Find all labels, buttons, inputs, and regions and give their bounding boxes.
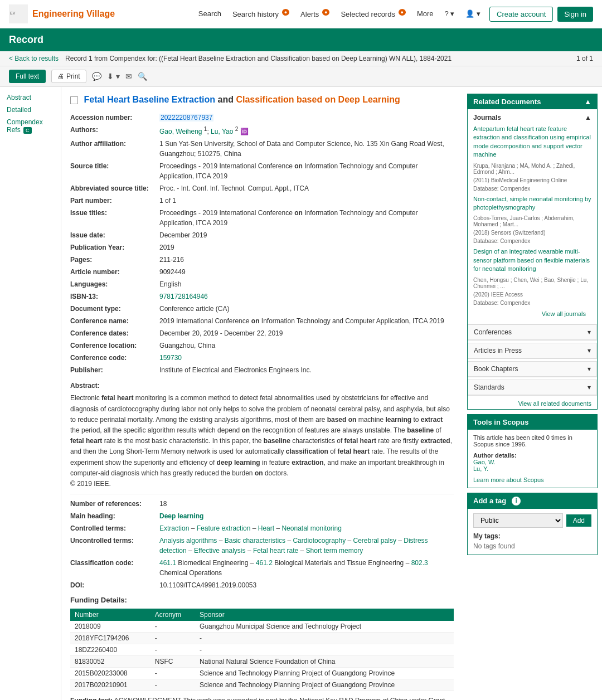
- uterm-basic[interactable]: Basic characteristics: [225, 537, 285, 545]
- term-neonatal[interactable]: Neonatal monitoring: [281, 524, 341, 532]
- create-account-button[interactable]: Create account: [489, 7, 553, 22]
- uterm-cerebral[interactable]: Cerebral palsy: [353, 537, 396, 545]
- back-to-results-link[interactable]: < Back to results: [9, 55, 59, 62]
- class-461-2[interactable]: 461.2: [256, 559, 273, 567]
- publisher-row: Publisher: Institute of Electrical and E…: [70, 365, 454, 375]
- related-docs-header[interactable]: Related Documents ▲: [468, 94, 597, 109]
- related-docs-section: Related Documents ▲ Journals ▲ Antepartu…: [467, 94, 598, 410]
- funding-table-cell: 81830052: [70, 656, 151, 668]
- source-title-row: Source title: Proceedings - 2019 Interna…: [70, 161, 454, 181]
- comment-icon[interactable]: 💬: [92, 72, 101, 81]
- doc1-authors: Krupa, Niranjana ; MA, Mohd A. ; Zahedi,…: [473, 163, 591, 175]
- tag-info-icon[interactable]: i: [512, 497, 521, 505]
- print-button[interactable]: 🖨 Print: [51, 70, 86, 83]
- view-all-journals-link[interactable]: View all journals: [473, 308, 591, 319]
- doc-type-label: Document type:: [70, 304, 159, 314]
- accession-number: 20222208767937: [159, 114, 213, 121]
- articles-in-press-header[interactable]: Articles in Press ▾: [468, 343, 596, 358]
- scopus-author2-link[interactable]: Lu, Y.: [473, 465, 488, 472]
- view-all-related-link[interactable]: View all related documents: [468, 398, 597, 409]
- author-details-label: Author details:: [473, 452, 517, 459]
- doc2-authors: Cobos-Torres, Juan-Carlos ; Abderrahim, …: [473, 215, 591, 227]
- no-tags-text: No tags found: [473, 542, 591, 550]
- funding-text-section: Funding text: ACKNOWLEDGMENT This work w…: [70, 696, 454, 700]
- term-heart[interactable]: Heart: [258, 524, 274, 532]
- funding-table-cell: Guangzhou Municipal Science and Technolo…: [195, 621, 454, 633]
- standards-chevron: ▾: [588, 383, 591, 391]
- email-icon[interactable]: ✉: [125, 72, 132, 81]
- doc3-link[interactable]: Design of an integrated wearable multi-s…: [473, 247, 591, 273]
- uterm-shortterm[interactable]: Short term memory: [306, 547, 363, 555]
- nav-account-icon[interactable]: 👤 ▾: [465, 9, 480, 18]
- journals-collapse-icon[interactable]: ▲: [585, 114, 591, 121]
- conf-dates-value: December 20, 2019 - December 22, 2019: [159, 328, 283, 338]
- classification-value: 461.1 Biomedical Engineering – 461.2 Bio…: [159, 558, 454, 578]
- pages-value: 211-216: [159, 255, 184, 265]
- nav-selected-records[interactable]: Selected records ●: [341, 9, 406, 18]
- languages-row: Languages: English: [70, 279, 454, 289]
- languages-value: English: [159, 279, 181, 289]
- nav-search[interactable]: Search: [198, 9, 221, 18]
- article-checkbox[interactable]: [70, 96, 78, 104]
- compendex-refs-nav-link[interactable]: Compendex Refs C: [7, 118, 54, 134]
- uterm-effective[interactable]: Effective analysis: [194, 547, 246, 555]
- abstract-nav-link[interactable]: Abstract: [7, 94, 54, 101]
- doi-label: DOI:: [70, 580, 159, 590]
- book-chapters-header[interactable]: Book Chapters ▾: [468, 362, 596, 377]
- funding-table-cell: -: [151, 668, 195, 679]
- tag-visibility-select[interactable]: Public: [473, 513, 563, 528]
- term-extraction[interactable]: Extraction: [159, 524, 189, 532]
- main-heading-label: Main heading:: [70, 511, 159, 521]
- author2-link[interactable]: Lu, Yao: [211, 128, 233, 135]
- doc2-link[interactable]: Non-contact, simple neonatal monitoring …: [473, 195, 591, 212]
- tag-add-button[interactable]: Add: [566, 514, 591, 527]
- sign-in-button[interactable]: Sign in: [557, 7, 593, 22]
- related-docs-title: Related Documents: [473, 98, 541, 106]
- doc1-link[interactable]: Antepartum fetal heart rate feature extr…: [473, 125, 591, 159]
- scopus-author1-link[interactable]: Gao, W.: [473, 459, 496, 465]
- abbrev-source-value: Proc. - Int. Conf. Inf. Technol. Comput.…: [159, 183, 309, 193]
- related-doc-1: Antepartum fetal heart rate feature extr…: [473, 125, 591, 192]
- fulltext-button[interactable]: Full text: [9, 70, 46, 83]
- controlled-terms-label: Controlled terms:: [70, 523, 159, 533]
- funding-col-sponsor: Sponsor: [195, 609, 454, 621]
- pub-year-label: Publication Year:: [70, 242, 159, 252]
- nav-help[interactable]: ? ▾: [445, 9, 455, 18]
- term-feature-extraction[interactable]: Feature extraction: [197, 524, 251, 532]
- related-doc-3: Design of an integrated wearable multi-s…: [473, 247, 591, 305]
- search-within-icon[interactable]: 🔍: [138, 72, 147, 81]
- standards-header[interactable]: Standards ▾: [468, 380, 596, 395]
- pages-row: Pages: 211-216: [70, 255, 454, 265]
- articles-in-press-label: Articles in Press: [474, 347, 522, 354]
- brand-name: Engineering Village: [32, 9, 115, 19]
- nav-search-history[interactable]: Search history ●: [232, 9, 289, 18]
- issue-titles-value: Proceedings - 2019 International Confere…: [159, 208, 454, 228]
- save-icon[interactable]: ⬇ ▾: [107, 72, 120, 81]
- detailed-nav-link[interactable]: Detailed: [7, 106, 54, 114]
- funding-table-cell: -: [151, 633, 195, 644]
- uterm-cardio[interactable]: Cardiotocography: [293, 537, 346, 545]
- doi-value: 10.1109/ITCA49981.2019.00053: [159, 580, 256, 590]
- learn-more-scopus-link[interactable]: Learn more about Scopus: [473, 477, 591, 483]
- conf-name-value: 2019 International Conference on Informa…: [159, 316, 444, 326]
- class-461-1[interactable]: 461.1: [159, 559, 176, 567]
- doc2-meta: (2018) Sensors (Switzerland): [473, 230, 591, 236]
- part-number-row: Part number: 1 of 1: [70, 196, 454, 206]
- author1-link[interactable]: Gao, Weiheng: [159, 128, 202, 135]
- toolbar: Full text 🖨 Print 💬 ⬇ ▾ ✉ 🔍: [0, 66, 602, 87]
- nav-more[interactable]: More: [417, 9, 434, 18]
- nav-alerts[interactable]: Alerts ●: [300, 9, 329, 18]
- uterm-fetal[interactable]: Fetal heart rate: [253, 547, 298, 555]
- compendex-badge: C: [23, 127, 32, 134]
- search-history-badge: ●: [282, 9, 289, 16]
- affiliation-value: 1 Sun Yat-Sen University, School of Data…: [159, 139, 454, 159]
- tag-section: Add a tag i Public Add My tags: No tags …: [467, 493, 598, 555]
- class-802-3[interactable]: 802.3: [411, 559, 428, 567]
- book-chapters-chevron: ▾: [588, 365, 591, 373]
- uterm-analysis[interactable]: Analysis algorithms: [159, 537, 217, 545]
- book-chapters-collapsible: Book Chapters ▾: [468, 361, 597, 377]
- uncontrolled-terms-row: Uncontrolled terms: Analysis algorithms …: [70, 536, 454, 556]
- conferences-header[interactable]: Conferences ▾: [468, 325, 596, 340]
- conf-code-value: 159730: [159, 353, 182, 363]
- subheader: < Back to results Record 1 from Compende…: [0, 51, 602, 66]
